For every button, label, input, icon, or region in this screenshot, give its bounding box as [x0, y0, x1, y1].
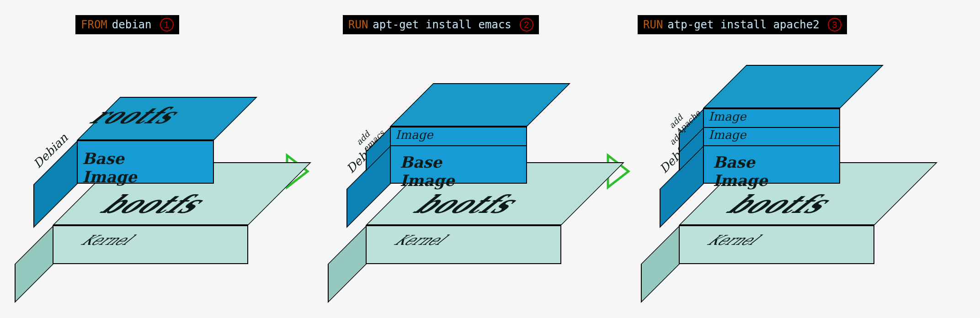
image-label: Image [395, 128, 433, 142]
image-label: Image [708, 128, 746, 142]
keyword: FROM [81, 18, 107, 31]
command-3: RUN atp-get install apache2 3 [638, 15, 847, 34]
command-text: debian [112, 18, 152, 31]
stage-3: bootfs Kernel Base Image Debian Image ad… [654, 119, 882, 311]
command-text: atp-get install apache2 [667, 18, 819, 31]
image-label: Image [708, 110, 746, 123]
stage-2: bootfs Kernel Base Image Debian Image ad… [341, 119, 569, 311]
command-1: FROM debian 1 [75, 15, 179, 34]
step-number-icon: 1 [160, 18, 174, 32]
step-number-icon: 2 [520, 18, 533, 32]
keyword: RUN [348, 18, 368, 31]
stage-1: bootfs Kernel rootfs Base Image Debian [27, 119, 247, 311]
base-image-label: Base Image [713, 153, 767, 190]
command-2: RUN apt-get install emacs 2 [343, 15, 539, 34]
base-image-label: Base Image [400, 153, 454, 190]
step-number-icon: 3 [828, 18, 842, 32]
base-image-label: Base Image [82, 149, 137, 186]
command-text: apt-get install emacs [373, 18, 511, 31]
keyword: RUN [643, 18, 663, 31]
